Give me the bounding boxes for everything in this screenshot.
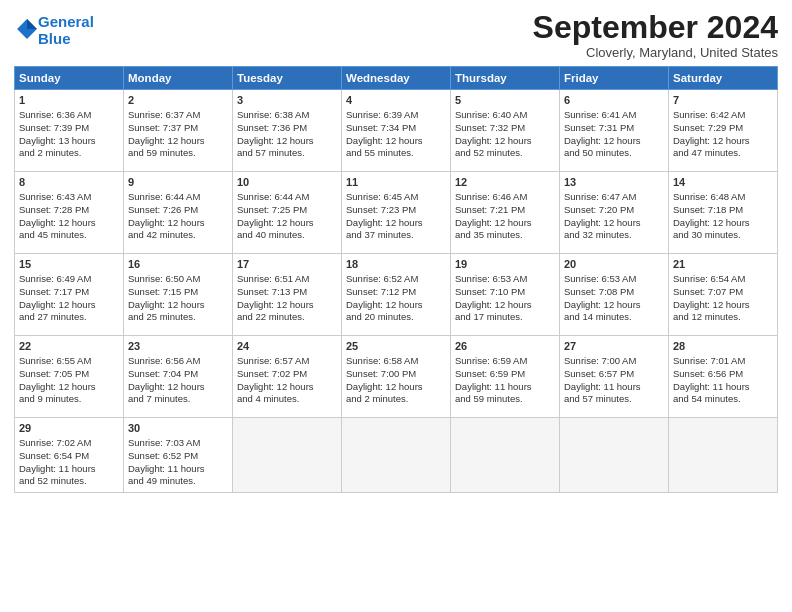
day-info: Sunset: 7:15 PM bbox=[128, 286, 228, 299]
day-number: 2 bbox=[128, 93, 228, 108]
day-info: Sunrise: 6:39 AM bbox=[346, 109, 446, 122]
day-info: and 20 minutes. bbox=[346, 311, 446, 324]
calendar-cell bbox=[233, 418, 342, 493]
day-info: Sunrise: 6:53 AM bbox=[455, 273, 555, 286]
day-number: 25 bbox=[346, 339, 446, 354]
day-number: 3 bbox=[237, 93, 337, 108]
logo-blue: Blue bbox=[38, 30, 71, 47]
week-row-3: 15Sunrise: 6:49 AMSunset: 7:17 PMDayligh… bbox=[15, 254, 778, 336]
day-number: 24 bbox=[237, 339, 337, 354]
day-info: Sunrise: 6:48 AM bbox=[673, 191, 773, 204]
day-number: 13 bbox=[564, 175, 664, 190]
day-info: Sunset: 7:07 PM bbox=[673, 286, 773, 299]
calendar-cell: 29Sunrise: 7:02 AMSunset: 6:54 PMDayligh… bbox=[15, 418, 124, 493]
day-number: 21 bbox=[673, 257, 773, 272]
day-number: 6 bbox=[564, 93, 664, 108]
day-number: 28 bbox=[673, 339, 773, 354]
day-info: Sunrise: 6:49 AM bbox=[19, 273, 119, 286]
location: Cloverly, Maryland, United States bbox=[533, 45, 778, 60]
calendar-cell bbox=[451, 418, 560, 493]
day-info: Sunrise: 6:44 AM bbox=[237, 191, 337, 204]
day-info: and 42 minutes. bbox=[128, 229, 228, 242]
day-info: and 54 minutes. bbox=[673, 393, 773, 406]
day-info: Sunrise: 6:42 AM bbox=[673, 109, 773, 122]
day-info: Daylight: 12 hours bbox=[564, 299, 664, 312]
day-number: 26 bbox=[455, 339, 555, 354]
day-info: and 2 minutes. bbox=[19, 147, 119, 160]
day-info: Sunrise: 6:51 AM bbox=[237, 273, 337, 286]
day-info: Daylight: 12 hours bbox=[455, 299, 555, 312]
calendar-cell: 28Sunrise: 7:01 AMSunset: 6:56 PMDayligh… bbox=[669, 336, 778, 418]
day-number: 18 bbox=[346, 257, 446, 272]
day-info: Sunrise: 7:03 AM bbox=[128, 437, 228, 450]
day-info: Sunset: 7:34 PM bbox=[346, 122, 446, 135]
day-info: Sunrise: 6:43 AM bbox=[19, 191, 119, 204]
day-number: 11 bbox=[346, 175, 446, 190]
day-info: Daylight: 12 hours bbox=[673, 217, 773, 230]
day-info: and 35 minutes. bbox=[455, 229, 555, 242]
day-info: Daylight: 12 hours bbox=[564, 217, 664, 230]
calendar-cell: 22Sunrise: 6:55 AMSunset: 7:05 PMDayligh… bbox=[15, 336, 124, 418]
day-number: 7 bbox=[673, 93, 773, 108]
calendar-cell: 14Sunrise: 6:48 AMSunset: 7:18 PMDayligh… bbox=[669, 172, 778, 254]
day-info: and 40 minutes. bbox=[237, 229, 337, 242]
week-row-2: 8Sunrise: 6:43 AMSunset: 7:28 PMDaylight… bbox=[15, 172, 778, 254]
day-info: Sunrise: 6:57 AM bbox=[237, 355, 337, 368]
day-header-friday: Friday bbox=[560, 67, 669, 90]
day-info: Daylight: 12 hours bbox=[346, 381, 446, 394]
day-header-saturday: Saturday bbox=[669, 67, 778, 90]
day-info: Daylight: 13 hours bbox=[19, 135, 119, 148]
day-header-wednesday: Wednesday bbox=[342, 67, 451, 90]
day-info: Sunset: 7:00 PM bbox=[346, 368, 446, 381]
calendar-cell: 20Sunrise: 6:53 AMSunset: 7:08 PMDayligh… bbox=[560, 254, 669, 336]
day-info: Sunset: 7:31 PM bbox=[564, 122, 664, 135]
day-number: 22 bbox=[19, 339, 119, 354]
day-number: 8 bbox=[19, 175, 119, 190]
day-info: Sunset: 6:54 PM bbox=[19, 450, 119, 463]
day-info: Daylight: 12 hours bbox=[19, 217, 119, 230]
day-info: Sunrise: 6:58 AM bbox=[346, 355, 446, 368]
day-info: Sunrise: 6:38 AM bbox=[237, 109, 337, 122]
day-info: Sunrise: 6:47 AM bbox=[564, 191, 664, 204]
day-info: Daylight: 12 hours bbox=[19, 299, 119, 312]
day-info: Sunset: 7:04 PM bbox=[128, 368, 228, 381]
day-info: Sunset: 7:39 PM bbox=[19, 122, 119, 135]
calendar-cell: 24Sunrise: 6:57 AMSunset: 7:02 PMDayligh… bbox=[233, 336, 342, 418]
day-info: Daylight: 11 hours bbox=[19, 463, 119, 476]
day-number: 23 bbox=[128, 339, 228, 354]
day-info: and 12 minutes. bbox=[673, 311, 773, 324]
day-number: 4 bbox=[346, 93, 446, 108]
day-number: 16 bbox=[128, 257, 228, 272]
day-number: 19 bbox=[455, 257, 555, 272]
day-info: Sunset: 7:36 PM bbox=[237, 122, 337, 135]
week-row-4: 22Sunrise: 6:55 AMSunset: 7:05 PMDayligh… bbox=[15, 336, 778, 418]
day-info: Daylight: 12 hours bbox=[237, 381, 337, 394]
calendar-cell: 9Sunrise: 6:44 AMSunset: 7:26 PMDaylight… bbox=[124, 172, 233, 254]
day-header-tuesday: Tuesday bbox=[233, 67, 342, 90]
day-info: Daylight: 12 hours bbox=[237, 135, 337, 148]
day-info: and 30 minutes. bbox=[673, 229, 773, 242]
day-info: Daylight: 12 hours bbox=[237, 299, 337, 312]
day-number: 27 bbox=[564, 339, 664, 354]
day-info: Daylight: 12 hours bbox=[455, 217, 555, 230]
header: General Blue September 2024 Cloverly, Ma… bbox=[14, 10, 778, 60]
day-info: and 52 minutes. bbox=[19, 475, 119, 488]
calendar-cell bbox=[560, 418, 669, 493]
calendar-cell: 17Sunrise: 6:51 AMSunset: 7:13 PMDayligh… bbox=[233, 254, 342, 336]
day-info: and 59 minutes. bbox=[455, 393, 555, 406]
day-info: Sunset: 7:02 PM bbox=[237, 368, 337, 381]
day-headers: SundayMondayTuesdayWednesdayThursdayFrid… bbox=[15, 67, 778, 90]
day-info: Daylight: 12 hours bbox=[237, 217, 337, 230]
day-info: Daylight: 11 hours bbox=[673, 381, 773, 394]
day-number: 30 bbox=[128, 421, 228, 436]
calendar-table: SundayMondayTuesdayWednesdayThursdayFrid… bbox=[14, 66, 778, 493]
day-info: and 4 minutes. bbox=[237, 393, 337, 406]
calendar-cell: 6Sunrise: 6:41 AMSunset: 7:31 PMDaylight… bbox=[560, 90, 669, 172]
day-info: Daylight: 12 hours bbox=[455, 135, 555, 148]
day-number: 10 bbox=[237, 175, 337, 190]
calendar-cell: 27Sunrise: 7:00 AMSunset: 6:57 PMDayligh… bbox=[560, 336, 669, 418]
day-info: Daylight: 12 hours bbox=[128, 381, 228, 394]
day-info: Sunset: 7:13 PM bbox=[237, 286, 337, 299]
day-number: 9 bbox=[128, 175, 228, 190]
day-info: Sunrise: 6:45 AM bbox=[346, 191, 446, 204]
